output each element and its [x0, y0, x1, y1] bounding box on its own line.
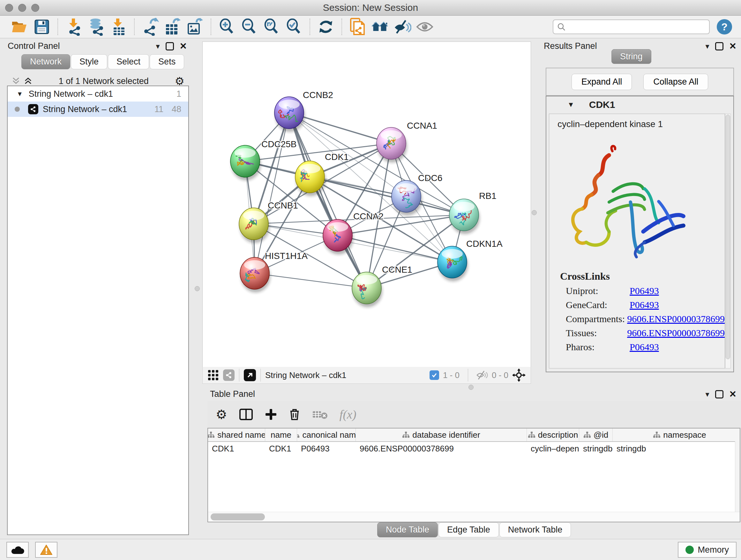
- panel-float-icon[interactable]: [165, 42, 174, 51]
- table-cell[interactable]: P06493: [297, 444, 356, 454]
- network-node-CDKN1A[interactable]: CDKN1A: [437, 239, 502, 281]
- help-icon[interactable]: ?: [717, 19, 732, 35]
- external-link-icon[interactable]: [244, 369, 256, 381]
- search-field[interactable]: [553, 19, 710, 34]
- network-node-CCNB2[interactable]: CCNB2: [274, 90, 333, 132]
- crosslink-link[interactable]: 9606.ENSP00000378699: [627, 327, 725, 338]
- network-node-RB1[interactable]: RB1: [449, 191, 496, 234]
- crosslink-link[interactable]: 9606.ENSP00000378699: [627, 314, 725, 324]
- network-edge[interactable]: [338, 235, 452, 262]
- table-cell[interactable]: 9606.ENSP00000378699: [356, 444, 527, 454]
- network-edge[interactable]: [289, 113, 367, 288]
- tab-network-table[interactable]: Network Table: [499, 522, 571, 537]
- network-node-CCNA1[interactable]: CCNA1: [377, 121, 437, 163]
- table-cell[interactable]: CDK1: [208, 444, 265, 454]
- unhide-icon[interactable]: [394, 18, 411, 36]
- panel-collapse-icon[interactable]: ▾: [705, 42, 709, 51]
- import-network-file-icon[interactable]: [65, 18, 83, 36]
- column-header-database-identifier[interactable]: database identifier: [356, 428, 527, 441]
- share-network-icon[interactable]: [223, 369, 234, 381]
- column-header-shared-name[interactable]: shared name: [208, 428, 265, 441]
- memory-button[interactable]: Memory: [678, 542, 737, 558]
- table-vscrollbar[interactable]: [735, 441, 740, 512]
- results-scrollbar[interactable]: [725, 114, 731, 368]
- crosshair-icon[interactable]: [512, 368, 526, 382]
- tab-select[interactable]: Select: [108, 54, 149, 69]
- network-node-CCNE1[interactable]: CCNE1: [352, 265, 412, 307]
- zoom-selected-icon[interactable]: [285, 18, 303, 36]
- crosslink-link[interactable]: P06493: [630, 286, 659, 296]
- tab-sets[interactable]: Sets: [150, 54, 184, 69]
- expand-all-icon[interactable]: [23, 77, 32, 85]
- column-header-name[interactable]: name: [265, 428, 297, 441]
- selected-checkbox-icon[interactable]: [429, 370, 439, 380]
- export-image-icon[interactable]: [186, 18, 204, 36]
- tab-node-table[interactable]: Node Table: [377, 522, 438, 537]
- cloud-icon[interactable]: [6, 542, 29, 558]
- tab-style[interactable]: Style: [71, 54, 107, 69]
- save-session-icon[interactable]: [33, 18, 51, 36]
- tab-edge-table[interactable]: Edge Table: [439, 522, 499, 537]
- network-collection-row[interactable]: ▼ String Network – cdk1 1: [8, 86, 188, 102]
- network-edge[interactable]: [255, 113, 289, 273]
- column-header-canonical-name[interactable]: canonical name: [297, 428, 356, 441]
- warning-icon[interactable]: [35, 542, 57, 558]
- table-hscrollbar[interactable]: [208, 512, 740, 522]
- expand-all-button[interactable]: Expand All: [571, 74, 632, 90]
- column-header-description[interactable]: description: [527, 428, 579, 441]
- zoom-in-icon[interactable]: [218, 18, 236, 36]
- panel-close-icon[interactable]: ✕: [729, 41, 737, 51]
- fx-icon[interactable]: f(x): [340, 408, 356, 422]
- collection-expand-icon[interactable]: ▼: [17, 90, 23, 98]
- refresh-icon[interactable]: [317, 18, 335, 36]
- export-network-icon[interactable]: [141, 18, 159, 36]
- columns-icon[interactable]: [239, 409, 253, 420]
- panel-float-icon[interactable]: [715, 390, 724, 398]
- panel-close-icon[interactable]: ✕: [729, 389, 737, 399]
- panel-collapse-icon[interactable]: ▾: [705, 390, 709, 399]
- import-table-icon[interactable]: [110, 18, 127, 36]
- network-node-CCNB1[interactable]: CCNB1: [239, 200, 298, 243]
- table-cell[interactable]: stringdb:9...: [579, 444, 613, 454]
- splitter-handle[interactable]: [532, 210, 537, 215]
- table-cell[interactable]: CDK1: [265, 444, 297, 454]
- import-network-database-icon[interactable]: [87, 18, 105, 36]
- column-header-@id[interactable]: @id: [579, 428, 613, 441]
- panel-close-icon[interactable]: ✕: [180, 41, 187, 51]
- collapse-all-button[interactable]: Collapse All: [643, 74, 708, 90]
- network-node-HIST1H1A[interactable]: HIST1H1A: [240, 251, 308, 293]
- hidden-eye-icon[interactable]: [476, 370, 488, 380]
- tab-network[interactable]: Network: [21, 54, 70, 69]
- crosslink-link[interactable]: P06493: [630, 341, 659, 353]
- gear-icon[interactable]: ⚙: [216, 407, 227, 422]
- splitter-handle[interactable]: [195, 286, 200, 291]
- table-row[interactable]: CDK1CDK1P064939606.ENSP00000378699cyclin…: [208, 442, 740, 455]
- search-input[interactable]: [565, 22, 701, 32]
- string-home-icon[interactable]: [371, 18, 389, 36]
- export-table-icon[interactable]: [164, 18, 182, 36]
- string-copy-icon[interactable]: [349, 18, 367, 36]
- zoom-fit-icon[interactable]: [263, 18, 280, 36]
- network-canvas[interactable]: CCNB2CCNA1CDC25BCDK1CDC6RB1CCNB1CCNA2CDK…: [202, 42, 531, 367]
- tab-string[interactable]: String: [611, 49, 651, 64]
- grid-icon[interactable]: [208, 370, 219, 381]
- panel-collapse-icon[interactable]: ▾: [156, 42, 159, 51]
- clear-table-icon[interactable]: [312, 409, 327, 420]
- eye-icon[interactable]: [416, 18, 434, 36]
- node-table[interactable]: shared namenamecanonical namedatabase id…: [207, 428, 740, 522]
- table-cell[interactable]: stringdb: [613, 444, 740, 454]
- table-cell[interactable]: cyclin–dependent ...: [527, 444, 579, 454]
- delete-column-icon[interactable]: [289, 408, 300, 421]
- collapse-all-icon[interactable]: [11, 77, 20, 85]
- network-edge[interactable]: [255, 273, 367, 288]
- zoom-out-icon[interactable]: [240, 18, 258, 36]
- open-session-icon[interactable]: [10, 18, 28, 36]
- crosslink-link[interactable]: P06493: [630, 300, 659, 310]
- panel-float-icon[interactable]: [715, 42, 724, 51]
- network-row[interactable]: String Network – cdk1 11 48: [8, 102, 188, 117]
- network-node-CDC6[interactable]: CDC6: [392, 173, 442, 215]
- add-column-icon[interactable]: [265, 408, 277, 421]
- section-collapse-icon[interactable]: ▼: [567, 101, 575, 109]
- column-header-namespace[interactable]: namespace: [613, 428, 740, 441]
- network-node-CDC25B[interactable]: CDC25B: [230, 139, 296, 180]
